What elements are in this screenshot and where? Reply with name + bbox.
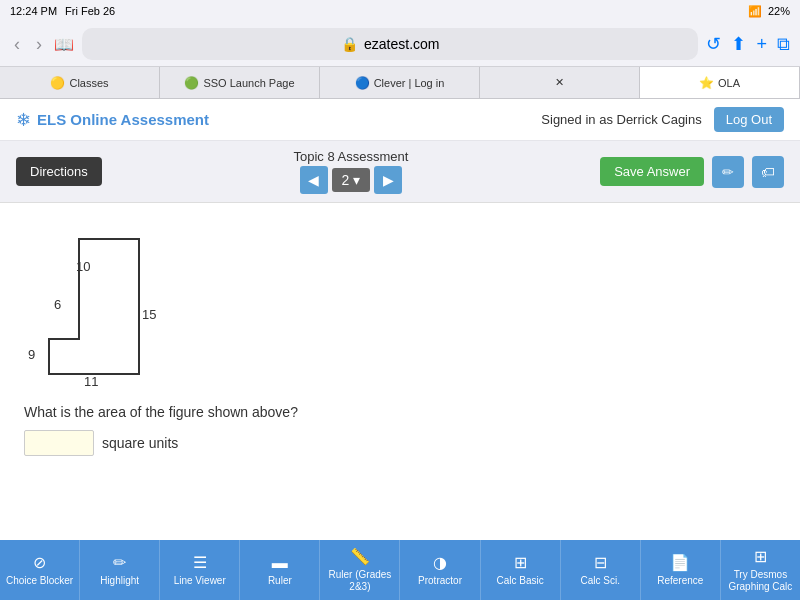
calc-basic-tool[interactable]: ⊞ Calc Basic [481,540,561,600]
app-logo: ❄ ELS Online Assessment [16,109,209,131]
line-viewer-icon: ☰ [193,553,207,572]
main-content: 10 6 15 9 11 What is the area of the fig… [0,203,800,472]
calc-sci-label: Calc Sci. [580,575,619,587]
ola-icon: ⭐ [699,76,714,90]
protractor-tool[interactable]: ◑ Protractor [400,540,480,600]
reference-icon: 📄 [670,553,690,572]
app-logo-text: ELS Online Assessment [37,111,209,128]
date-display: Fri Feb 26 [65,5,115,17]
tabs-bar: 🟡 Classes 🟢 SSO Launch Page 🔵 Clever | L… [0,67,800,99]
tab-classes-label: Classes [69,77,108,89]
browser-chrome: ‹ › 📖 🔒 ezatest.com ↺ ⬆ + ⧉ [0,22,800,67]
label-9: 9 [28,347,35,362]
line-viewer-tool[interactable]: ☰ Line Viewer [160,540,240,600]
battery-display: 22% [768,5,790,17]
tab-ola[interactable]: ⭐ OLA [640,67,800,98]
logo-icon: ❄ [16,109,31,131]
question-text: What is the area of the figure shown abo… [24,404,776,420]
tab-classes[interactable]: 🟡 Classes [0,67,160,98]
tab-sso-label: SSO Launch Page [203,77,294,89]
back-button[interactable]: ‹ [10,32,24,57]
bottom-toolbar: ⊘ Choice Blocker ✏ Highlight ☰ Line View… [0,540,800,600]
choice-blocker-icon: ⊘ [33,553,46,572]
highlight-icon: ✏ [113,553,126,572]
time-display: 12:24 PM [10,5,57,17]
choice-blocker-label: Choice Blocker [6,575,73,587]
geometry-figure [24,219,184,384]
ruler-label: Ruler [268,575,292,587]
prev-page-button[interactable]: ◀ [300,166,328,194]
figure-container: 10 6 15 9 11 [24,219,184,384]
address-bar[interactable]: 🔒 ezatest.com [82,28,698,60]
tab-clever[interactable]: 🔵 Clever | Log in [320,67,480,98]
save-answer-button[interactable]: Save Answer [600,157,704,186]
svg-marker-0 [49,239,139,374]
desmos-label: Try Desmos Graphing Calc [723,569,798,593]
url-text: ezatest.com [364,36,439,52]
next-page-button[interactable]: ▶ [374,166,402,194]
desmos-icon: ⊞ [754,547,767,566]
signed-in-text: Signed in as Derrick Cagins [541,112,701,127]
topic-label: Topic 8 Assessment [294,149,409,164]
tab-close[interactable]: ✕ [480,67,640,98]
calc-basic-label: Calc Basic [496,575,543,587]
label-15: 15 [142,307,156,322]
ruler-grades-tool[interactable]: 📏 Ruler (Grades 2&3) [320,540,400,600]
tabs-button[interactable]: ⧉ [777,34,790,55]
current-page: 2 [342,172,350,188]
label-10: 10 [76,259,90,274]
close-tab-icon: ✕ [555,76,564,89]
calc-sci-icon: ⊟ [594,553,607,572]
page-selector[interactable]: 2 ▾ [332,168,371,192]
classes-icon: 🟡 [50,76,65,90]
ruler-grades-label: Ruler (Grades 2&3) [322,569,397,593]
label-11: 11 [84,374,98,389]
lock-icon: 🔒 [341,36,358,52]
sso-icon: 🟢 [184,76,199,90]
toolbar: Directions Topic 8 Assessment ◀ 2 ▾ ▶ Sa… [0,141,800,203]
ruler-tool[interactable]: ▬ Ruler [240,540,320,600]
bookmark-button[interactable]: 📖 [54,35,74,54]
status-bar: 12:24 PM Fri Feb 26 📶 22% [0,0,800,22]
refresh-button[interactable]: ↺ [706,33,721,55]
page-nav: ◀ 2 ▾ ▶ [300,166,403,194]
desmos-tool[interactable]: ⊞ Try Desmos Graphing Calc [721,540,800,600]
tag-tool-button[interactable]: 🏷 [752,156,784,188]
reference-tool[interactable]: 📄 Reference [641,540,721,600]
reference-label: Reference [657,575,703,587]
choice-blocker-tool[interactable]: ⊘ Choice Blocker [0,540,80,600]
protractor-icon: ◑ [433,553,447,572]
topic-navigation: Topic 8 Assessment ◀ 2 ▾ ▶ [294,149,409,194]
answer-input[interactable] [24,430,94,456]
ruler-grades-icon: 📏 [350,547,370,566]
new-tab-button[interactable]: + [756,34,767,55]
dropdown-arrow: ▾ [353,172,360,188]
clever-icon: 🔵 [355,76,370,90]
share-button[interactable]: ⬆ [731,33,746,55]
units-text: square units [102,435,178,451]
directions-button[interactable]: Directions [16,157,102,186]
logout-button[interactable]: Log Out [714,107,784,132]
highlight-label: Highlight [100,575,139,587]
label-6: 6 [54,297,61,312]
forward-button[interactable]: › [32,32,46,57]
protractor-label: Protractor [418,575,462,587]
line-viewer-label: Line Viewer [174,575,226,587]
tab-clever-label: Clever | Log in [374,77,445,89]
calc-sci-tool[interactable]: ⊟ Calc Sci. [561,540,641,600]
highlight-tool[interactable]: ✏ Highlight [80,540,160,600]
tab-sso[interactable]: 🟢 SSO Launch Page [160,67,320,98]
pen-tool-button[interactable]: ✏ [712,156,744,188]
answer-row: square units [24,430,776,456]
tab-ola-label: OLA [718,77,740,89]
app-header: ❄ ELS Online Assessment Signed in as Der… [0,99,800,141]
ruler-icon: ▬ [272,554,288,572]
calc-basic-icon: ⊞ [514,553,527,572]
wifi-icon: 📶 [748,5,762,18]
